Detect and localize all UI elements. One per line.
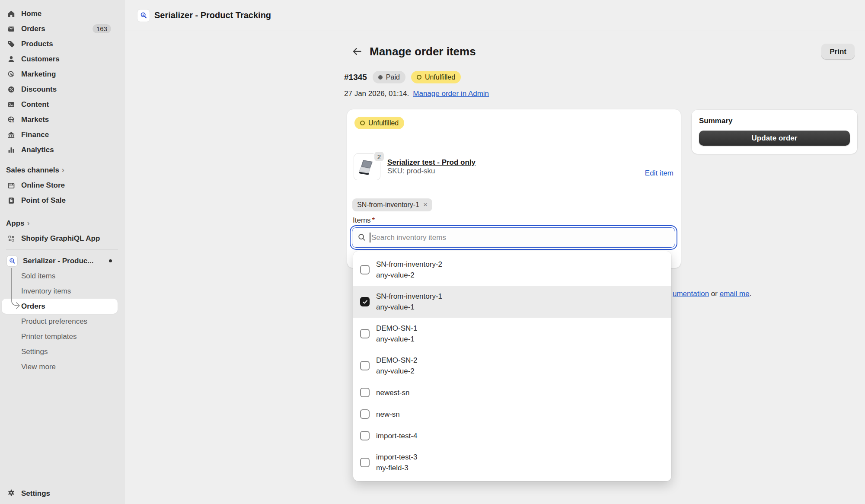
sidebar-item-products[interactable]: Products [0,36,124,51]
page-title: Manage order items [370,45,476,58]
sidebar-item-home[interactable]: Home [0,6,124,21]
product-row: 2 Serializer test - Prod only SKU: prod-… [354,153,673,181]
open-circle-icon [360,121,365,125]
sidebar-item-marketing[interactable]: Marketing [0,67,124,82]
card-unfulfilled-badge: Unfulfilled [354,117,404,129]
checkbox-checked[interactable] [360,297,370,306]
sidebar-item-discounts[interactable]: Discounts [0,82,124,97]
globe-dollar-icon: $ [7,115,16,124]
product-title-link[interactable]: Serializer test - Prod only [387,158,476,167]
notification-dot [109,259,112,262]
storefront-icon [7,181,16,190]
open-circle-icon [417,75,421,80]
app-title: Serializer - Product Tracking [154,10,271,20]
quantity-badge: 2 [373,151,385,162]
items-field-label: Items* [353,216,375,225]
app-grid-icon [7,234,16,243]
update-order-button[interactable]: Update order [699,131,850,146]
sidebar-item-view-more[interactable]: View more [2,359,118,374]
dropdown-option[interactable]: new-sn [353,403,671,425]
serializer-app-icon [7,256,17,266]
sidebar-item-online-store[interactable]: Online Store [0,178,124,193]
dropdown-option[interactable]: DEMO-SN-2any-value-2 [353,350,671,382]
chevron-right-icon: › [62,166,64,175]
sidebar-item-customers[interactable]: Customers [0,51,124,67]
checkbox-unchecked[interactable] [360,329,370,338]
back-button[interactable] [350,45,364,58]
sidebar-item-orders[interactable]: Orders 163 [0,21,124,36]
sidebar-item-sold-items[interactable]: Sold items [2,268,118,284]
fulfillment-card: Unfulfilled 2 Serializer test - Prod onl… [347,109,681,268]
paid-badge: Paid [373,71,405,83]
person-icon [7,55,16,64]
home-icon [7,10,16,18]
sidebar-item-serializer-app[interactable]: Serializer - Produc... [0,253,124,268]
sidebar-item-point-of-sale[interactable]: Point of Sale [0,193,124,208]
dropdown-option-selected[interactable]: SN-from-inventory-1any-value-1 [353,286,671,318]
order-number: #1345 [344,73,367,82]
sidebar-item-app-settings[interactable]: Settings [2,344,118,359]
dropdown-option[interactable]: import-test-4 [353,425,671,447]
email-link[interactable]: email me [720,290,750,298]
help-text-fragment: umentation or email me. [673,290,751,298]
order-date: 27 Jan 2026, 01:14. [344,89,409,98]
filled-dot-icon [378,75,383,80]
sidebar-item-inventory-items[interactable]: Inventory items [2,284,118,299]
image-icon [7,100,16,109]
dropdown-option[interactable]: import-test-3my-field-3 [353,447,671,478]
checkbox-unchecked[interactable] [360,361,370,370]
gear-icon [7,488,16,499]
checkbox-unchecked[interactable] [360,431,370,440]
summary-card: Summary Update order [692,110,857,154]
sidebar-item-markets[interactable]: $ Markets [0,112,124,127]
checkbox-unchecked[interactable] [360,409,370,419]
sidebar-item-printer-templates[interactable]: Printer templates [2,329,118,344]
checkbox-unchecked[interactable] [360,388,370,397]
sidebar-divider [6,249,118,250]
sidebar-item-analytics[interactable]: Analytics [0,142,124,157]
sidebar-item-app-orders[interactable]: Orders [2,299,118,314]
orders-icon [7,25,16,33]
checkbox-unchecked[interactable] [360,265,370,274]
inventory-items-dropdown: SN-from-inventory-2any-value-2 SN-from-i… [353,251,671,481]
sidebar-item-graphiql-app[interactable]: Shopify GraphiQL App [0,231,124,246]
pos-bag-icon [7,196,16,205]
sidebar-settings-button[interactable]: Settings [0,483,124,504]
checkbox-unchecked[interactable] [360,458,370,467]
sidebar: Home Orders 163 Products Customers Marke… [0,0,124,504]
edit-item-link[interactable]: Edit item [645,153,673,178]
app-header: Serializer - Product Tracking [124,0,865,31]
dropdown-option[interactable]: DEMO-SN-1any-value-1 [353,318,671,350]
percent-icon [7,85,16,94]
sidebar-item-content[interactable]: Content [0,97,124,112]
chevron-right-icon: › [27,219,30,228]
dropdown-option[interactable]: SN-from-inventory-2any-value-2 [353,254,671,286]
unfulfilled-badge: Unfulfilled [411,71,461,83]
documentation-link[interactable]: umentation [673,290,709,298]
selected-serial-tag: SN-from-inventory-1 × [352,198,432,211]
required-asterisk: * [372,216,375,224]
text-cursor [370,233,370,242]
sales-channels-header[interactable]: Sales channels › [0,163,124,178]
search-input[interactable] [352,227,675,248]
apps-header[interactable]: Apps › [0,216,124,231]
dropdown-option[interactable]: newest-sn [353,382,671,403]
sidebar-item-finance[interactable]: Finance [0,127,124,142]
serializer-app-icon [137,10,150,22]
target-cursor-icon [7,70,16,79]
orders-count-badge: 163 [93,24,111,33]
print-button[interactable]: Print [821,44,855,60]
summary-title: Summary [699,117,850,125]
manage-order-admin-link[interactable]: Manage order in Admin [413,89,489,98]
tag-icon [7,40,16,48]
product-sku: SKU: prod-sku [387,167,435,175]
bar-chart-icon [7,146,16,154]
sidebar-item-product-preferences[interactable]: Product preferences [2,314,118,329]
bank-icon [7,131,16,139]
remove-tag-icon[interactable]: × [423,201,428,209]
